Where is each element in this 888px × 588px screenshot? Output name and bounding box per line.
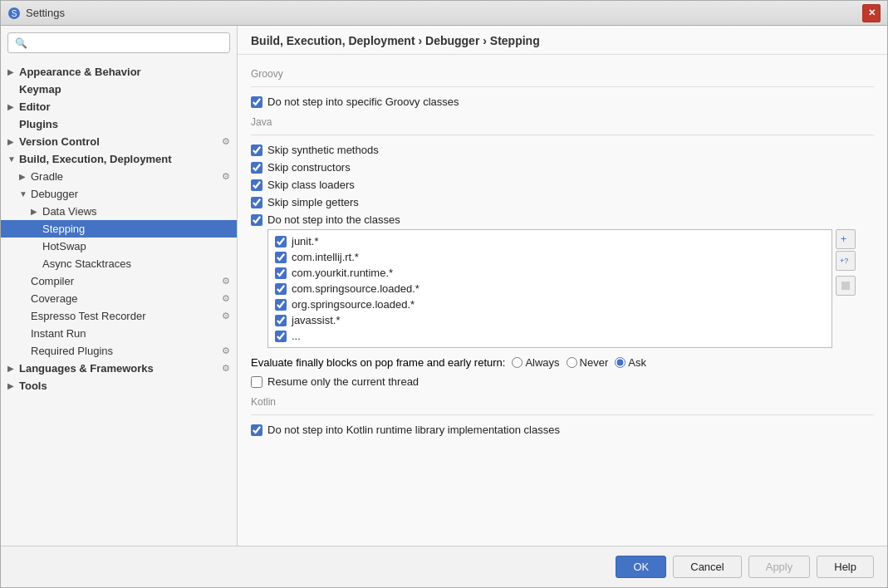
add-class-button[interactable]: +	[836, 229, 856, 249]
java-option-row-0: Skip synthetic methods	[251, 144, 874, 156]
sidebar-item-async[interactable]: Async Stacktraces	[1, 255, 237, 272]
search-box: 🔍	[7, 32, 230, 53]
apply-button[interactable]: Apply	[748, 556, 811, 578]
always-radio[interactable]	[512, 357, 522, 368]
class-checkbox[interactable]	[275, 267, 287, 279]
sidebar-item-compiler[interactable]: Compiler ⚙	[1, 272, 237, 290]
settings-window: S Settings ✕ 🔍 ▶ Appearance & Behavior K…	[0, 0, 888, 588]
sidebar-item-label: Async Stacktraces	[42, 257, 131, 270]
class-label[interactable]: org.springsource.loaded.*	[292, 298, 415, 311]
side-buttons: + +?	[836, 229, 856, 296]
always-label[interactable]: Always	[525, 356, 559, 369]
sidebar-item-editor[interactable]: ▶ Editor	[1, 98, 237, 115]
never-label[interactable]: Never	[580, 356, 609, 369]
sidebar-item-gradle[interactable]: ▶ Gradle ⚙	[1, 168, 237, 185]
sidebar-item-label: Espresso Test Recorder	[31, 310, 146, 322]
ask-radio[interactable]	[615, 357, 626, 368]
main-panel: Build, Execution, Deployment › Debugger …	[238, 26, 887, 546]
sidebar-item-coverage[interactable]: Coverage ⚙	[1, 290, 237, 307]
section-divider	[251, 135, 874, 135]
add-pattern-button[interactable]: +?	[836, 251, 856, 271]
sidebar-item-label: Gradle	[31, 170, 63, 183]
never-radio[interactable]	[567, 357, 577, 368]
class-checkbox[interactable]	[275, 299, 287, 311]
window-title: Settings	[26, 7, 862, 19]
evaluate-row: Evaluate finally blocks on pop frame and…	[251, 356, 874, 369]
class-checkbox[interactable]	[275, 331, 287, 342]
sidebar-item-stepping[interactable]: Stepping	[1, 220, 237, 238]
class-label[interactable]: javassist.*	[292, 314, 341, 326]
ok-button[interactable]: OK	[616, 556, 666, 578]
help-button[interactable]: Help	[817, 556, 874, 578]
class-checkbox[interactable]	[275, 236, 287, 247]
sidebar-item-plugins[interactable]: Plugins	[1, 115, 237, 133]
gear-icon: ⚙	[222, 311, 230, 321]
java-option-row-2: Skip class loaders	[251, 179, 874, 191]
title-bar: S Settings ✕	[1, 1, 887, 26]
sidebar: 🔍 ▶ Appearance & Behavior Keymap ▶ Edito…	[1, 26, 238, 546]
radio-never: Never	[567, 356, 609, 369]
sidebar-item-instant-run[interactable]: Instant Run	[1, 325, 237, 342]
sidebar-item-espresso[interactable]: Espresso Test Recorder ⚙	[1, 307, 237, 325]
scroll-up-button[interactable]	[836, 276, 856, 296]
sidebar-item-label: Tools	[19, 380, 47, 392]
groovy-no-step-checkbox[interactable]	[251, 96, 262, 108]
kotlin-section-label: Kotlin	[251, 396, 874, 408]
close-button[interactable]: ✕	[862, 4, 881, 22]
skip-class-loaders-label[interactable]: Skip class loaders	[267, 179, 355, 191]
footer: OK Cancel Apply Help	[1, 546, 887, 587]
sidebar-item-label: Data Views	[42, 205, 97, 218]
class-label[interactable]: ...	[292, 330, 301, 342]
radio-ask: Ask	[615, 356, 646, 369]
java-option-row-1: Skip constructors	[251, 161, 874, 174]
gear-icon: ⚙	[222, 136, 230, 147]
classes-wrapper: junit.* com.intellij.rt.* com.yourkit.ru…	[251, 229, 874, 356]
resume-checkbox[interactable]	[251, 376, 262, 388]
app-icon: S	[7, 7, 21, 20]
do-not-step-classes-row: Do not step into the classes	[251, 213, 874, 226]
gear-icon: ⚙	[222, 345, 230, 356]
sidebar-item-tools[interactable]: ▶ Tools	[1, 377, 237, 394]
sidebar-item-keymap[interactable]: Keymap	[1, 81, 237, 98]
skip-simple-getters-label[interactable]: Skip simple getters	[267, 196, 359, 208]
skip-constructors-checkbox[interactable]	[251, 162, 262, 174]
do-not-step-classes-checkbox[interactable]	[251, 214, 262, 226]
skip-class-loaders-checkbox[interactable]	[251, 179, 262, 191]
kotlin-no-step-label[interactable]: Do not step into Kotlin runtime library …	[267, 424, 560, 436]
search-icon: 🔍	[15, 37, 27, 49]
gear-icon: ⚙	[222, 363, 230, 374]
arrow-icon: ▶	[7, 102, 19, 111]
sidebar-item-appearance[interactable]: ▶ Appearance & Behavior	[1, 63, 237, 81]
skip-simple-getters-checkbox[interactable]	[251, 197, 262, 208]
kotlin-no-step-checkbox[interactable]	[251, 424, 262, 436]
ask-label[interactable]: Ask	[628, 356, 646, 369]
class-label[interactable]: com.intellij.rt.*	[292, 251, 359, 263]
class-checkbox[interactable]	[275, 283, 287, 295]
class-label[interactable]: com.yourkit.runtime.*	[292, 267, 393, 279]
search-input[interactable]	[31, 37, 223, 49]
sidebar-item-hotswap[interactable]: HotSwap	[1, 238, 237, 255]
skip-synthetic-checkbox[interactable]	[251, 145, 262, 156]
svg-text:+?: +?	[840, 257, 848, 265]
class-checkbox[interactable]	[275, 252, 287, 263]
class-label[interactable]: com.springsource.loaded.*	[292, 282, 419, 295]
do-not-step-classes-label[interactable]: Do not step into the classes	[267, 213, 400, 226]
sidebar-item-languages[interactable]: ▶ Languages & Frameworks ⚙	[1, 360, 237, 377]
sidebar-item-required-plugins[interactable]: Required Plugins ⚙	[1, 342, 237, 360]
arrow-icon: ▶	[7, 381, 19, 390]
sidebar-item-data-views[interactable]: ▶ Data Views	[1, 203, 237, 220]
list-item: com.yourkit.runtime.*	[268, 265, 832, 281]
cancel-button[interactable]: Cancel	[673, 556, 741, 578]
list-item: junit.*	[268, 233, 832, 249]
sidebar-item-debugger[interactable]: ▼ Debugger	[1, 185, 237, 203]
class-checkbox[interactable]	[275, 315, 287, 326]
groovy-no-step-label[interactable]: Do not step into specific Groovy classes	[267, 96, 459, 108]
main-content: Groovy Do not step into specific Groovy …	[238, 55, 887, 546]
kotlin-option-row: Do not step into Kotlin runtime library …	[251, 424, 874, 436]
skip-constructors-label[interactable]: Skip constructors	[267, 161, 351, 174]
skip-synthetic-label[interactable]: Skip synthetic methods	[267, 144, 379, 156]
resume-label[interactable]: Resume only the current thread	[267, 375, 419, 388]
sidebar-item-build-exec[interactable]: ▼ Build, Execution, Deployment	[1, 150, 237, 168]
class-label[interactable]: junit.*	[292, 235, 319, 247]
sidebar-item-version-control[interactable]: ▶ Version Control ⚙	[1, 133, 237, 150]
